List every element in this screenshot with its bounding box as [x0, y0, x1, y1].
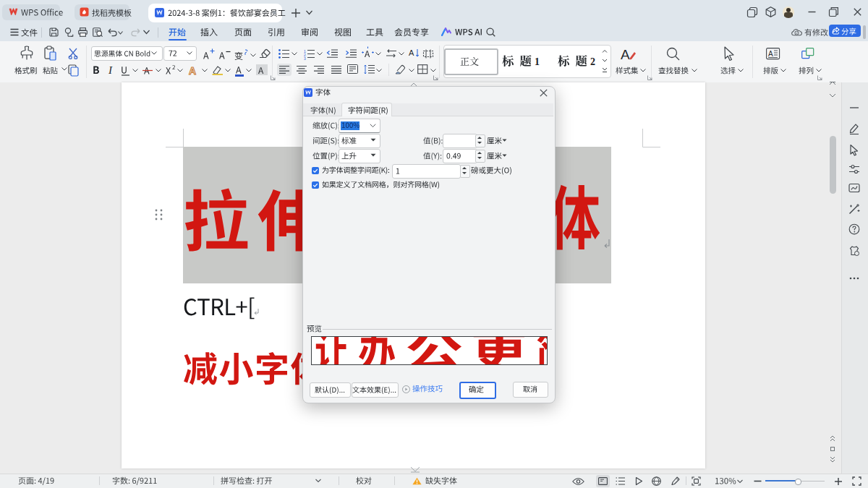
svg-text:1: 1	[535, 56, 540, 67]
svg-text:A: A	[409, 48, 414, 57]
svg-text:A: A	[621, 47, 630, 62]
svg-text:I: I	[108, 64, 113, 76]
svg-text:2: 2	[590, 56, 595, 67]
svg-text:A: A	[189, 65, 196, 77]
svg-text:3: 3	[304, 56, 306, 61]
svg-text:A: A	[768, 50, 773, 58]
